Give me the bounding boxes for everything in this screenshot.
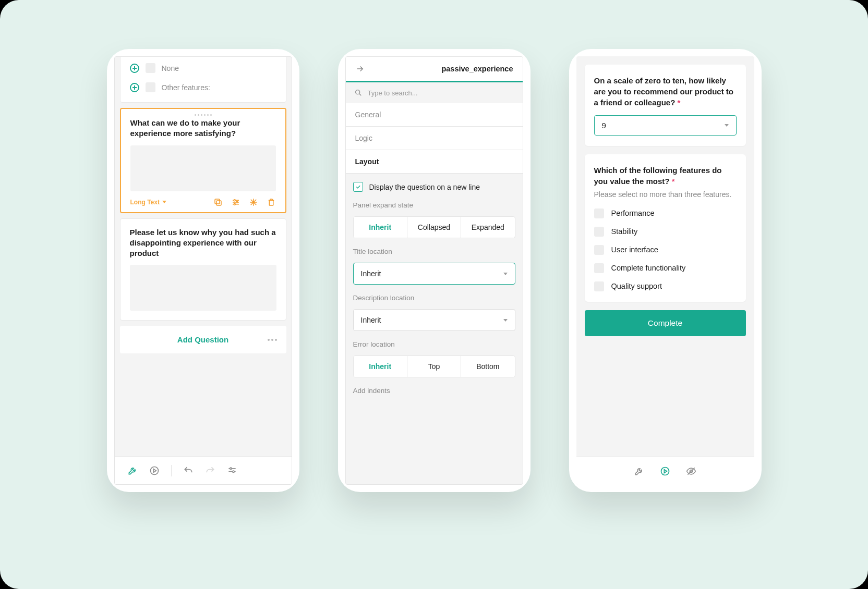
feature-option[interactable]: Complete functionality [594, 263, 737, 273]
eye-off-icon[interactable] [686, 466, 696, 476]
question-type-dropdown[interactable]: Long Text [130, 199, 166, 206]
question-title[interactable]: What can we do to make your experience m… [130, 118, 276, 139]
feature-option[interactable]: Performance [594, 208, 737, 218]
seg-inherit[interactable]: Inherit [354, 356, 407, 377]
option-label: Other features: [162, 83, 210, 92]
svg-point-13 [355, 90, 359, 94]
title-location-dropdown[interactable]: Inherit [353, 263, 515, 285]
tab-logic[interactable]: Logic [346, 127, 523, 150]
description-location-dropdown[interactable]: Inherit [353, 309, 515, 331]
chevron-down-icon [503, 273, 508, 275]
required-asterisk: * [678, 98, 681, 107]
svg-line-14 [359, 94, 361, 96]
tab-general[interactable]: General [346, 103, 523, 127]
wrench-icon[interactable] [634, 466, 644, 476]
phone-designer: None Other features: What can we do to m… [107, 49, 299, 492]
seg-collapsed[interactable]: Collapsed [407, 217, 461, 238]
redo-icon[interactable] [205, 465, 215, 476]
question-options-card[interactable]: None Other features: [120, 57, 286, 103]
settings-icon[interactable] [231, 198, 240, 207]
display-newline-checkbox[interactable]: Display the question on a new line [353, 182, 515, 192]
chevron-down-icon [725, 124, 729, 127]
duplicate-icon[interactable] [213, 198, 223, 207]
svg-point-8 [150, 467, 158, 474]
checkbox-checked-icon [353, 182, 363, 192]
more-icon[interactable] [268, 339, 277, 341]
checkbox-icon [594, 227, 604, 237]
panel-expand-segmented[interactable]: Inherit Collapsed Expanded [353, 216, 515, 238]
search-icon [354, 89, 363, 97]
delete-icon[interactable] [267, 198, 276, 207]
play-circle-icon[interactable] [660, 466, 670, 476]
search-input[interactable]: Type to search... [346, 82, 523, 103]
long-text-input[interactable] [130, 145, 276, 191]
panel-expand-label: Panel expand state [353, 201, 515, 209]
search-placeholder: Type to search... [368, 89, 418, 97]
bottom-toolbar [115, 456, 292, 484]
seg-expanded[interactable]: Expanded [461, 217, 514, 238]
plus-circle-icon [130, 64, 139, 73]
undo-icon[interactable] [183, 465, 194, 476]
checkbox-icon [594, 281, 604, 291]
phone-properties: passive_experience Type to search... Gen… [338, 49, 531, 492]
svg-point-15 [661, 467, 669, 475]
required-asterisk: * [672, 177, 675, 186]
add-question-button[interactable]: Add Question [120, 326, 286, 353]
collapse-icon[interactable] [355, 64, 365, 73]
svg-point-6 [236, 201, 237, 203]
long-text-input[interactable] [130, 265, 276, 311]
question-title: Please let us know why you had such a di… [130, 227, 276, 259]
preview-toolbar [576, 457, 754, 485]
svg-point-5 [234, 199, 235, 201]
error-location-segmented[interactable]: Inherit Top Bottom [353, 355, 515, 377]
svg-point-12 [232, 471, 234, 472]
add-indents-label: Add indents [353, 387, 515, 395]
feature-option[interactable]: User interface [594, 245, 737, 255]
feature-option[interactable]: Stability [594, 227, 737, 237]
play-circle-icon[interactable] [149, 465, 160, 476]
plus-circle-icon [130, 83, 139, 92]
seg-top[interactable]: Top [407, 356, 461, 377]
chevron-down-icon [162, 201, 166, 203]
phone-preview: On a scale of zero to ten, how likely ar… [569, 49, 762, 492]
drag-handle-icon[interactable] [130, 114, 276, 116]
chevron-down-icon [503, 319, 508, 322]
svg-point-7 [234, 203, 235, 205]
seg-bottom[interactable]: Bottom [461, 356, 514, 377]
add-option-none[interactable]: None [130, 58, 276, 78]
wrench-icon[interactable] [127, 465, 138, 476]
option-label: None [162, 64, 179, 72]
question-description: Please select no more than three feature… [594, 190, 737, 200]
checkbox-icon [594, 263, 604, 273]
add-option-other[interactable]: Other features: [130, 78, 276, 97]
description-location-label: Description location [353, 294, 515, 302]
seg-inherit[interactable]: Inherit [354, 217, 407, 238]
svg-rect-0 [216, 201, 221, 205]
preview-question-nps: On a scale of zero to ten, how likely ar… [585, 65, 746, 146]
question-card-selected[interactable]: What can we do to make your experience m… [120, 108, 286, 213]
required-icon[interactable] [249, 198, 258, 207]
checkbox-icon [594, 245, 604, 255]
sliders-icon[interactable] [227, 465, 237, 476]
question-title: Which of the following features do you v… [594, 165, 737, 187]
preview-question-features: Which of the following features do you v… [585, 154, 746, 302]
checkbox-icon [146, 82, 155, 92]
question-card[interactable]: Please let us know why you had such a di… [120, 218, 286, 321]
checkbox-icon [146, 63, 155, 73]
checkbox-icon [594, 208, 604, 218]
separator [171, 465, 172, 476]
svg-point-11 [230, 468, 231, 469]
title-location-label: Title location [353, 248, 515, 255]
nps-select[interactable]: 9 [594, 115, 737, 136]
complete-button[interactable]: Complete [585, 310, 746, 336]
svg-rect-1 [215, 199, 220, 204]
panel-title: passive_experience [441, 65, 513, 73]
feature-option[interactable]: Quality support [594, 281, 737, 291]
error-location-label: Error location [353, 340, 515, 348]
tab-layout[interactable]: Layout [346, 150, 523, 174]
question-title: On a scale of zero to ten, how likely ar… [594, 75, 737, 108]
panel-header: passive_experience [346, 57, 523, 82]
